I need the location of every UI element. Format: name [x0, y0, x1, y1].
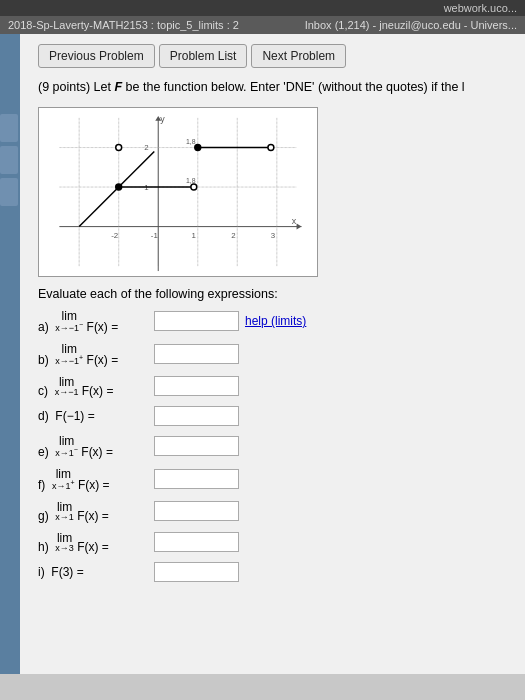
- top-bar: webwork.uco...: [0, 0, 525, 16]
- top-bar-right: webwork.uco...: [444, 2, 517, 14]
- svg-text:1: 1: [192, 231, 196, 240]
- expressions-list: a) lim x→−1− F(x) = help (limits) b) lim…: [38, 309, 511, 582]
- input-f[interactable]: [154, 469, 239, 489]
- svg-point-31: [191, 184, 197, 190]
- svg-text:2: 2: [231, 231, 235, 240]
- expr-row-h: h) lim x→3 F(x) =: [38, 531, 511, 554]
- expr-row-f: f) lim x→1+ F(x) =: [38, 467, 511, 492]
- expr-label-f: f) lim x→1+ F(x) =: [38, 467, 148, 492]
- expr-label-c: c) lim x→−1 F(x) =: [38, 375, 148, 398]
- svg-point-34: [268, 144, 274, 150]
- problem-text1: Let: [94, 80, 111, 94]
- expr-label-g: g) lim x→1 F(x) =: [38, 500, 148, 523]
- tab-bar: 2018-Sp-Laverty-MATH2153 : topic_5_limit…: [0, 16, 525, 34]
- input-g[interactable]: [154, 501, 239, 521]
- function-name: F: [114, 80, 122, 94]
- input-e[interactable]: [154, 436, 239, 456]
- nav-buttons: Previous Problem Problem List Next Probl…: [38, 44, 511, 68]
- input-a[interactable]: [154, 311, 239, 331]
- sidebar-box-2[interactable]: [0, 146, 18, 174]
- svg-text:-1: -1: [151, 231, 158, 240]
- sidebar-box-3[interactable]: [0, 178, 18, 206]
- svg-text:1,8: 1,8: [186, 137, 196, 144]
- expr-row-g: g) lim x→1 F(x) =: [38, 500, 511, 523]
- input-d[interactable]: [154, 406, 239, 426]
- svg-text:-2: -2: [111, 231, 118, 240]
- sidebar: [0, 34, 20, 674]
- svg-marker-37: [297, 223, 302, 229]
- svg-text:3: 3: [271, 231, 276, 240]
- expr-row-i: i) F(3) =: [38, 562, 511, 582]
- next-problem-button[interactable]: Next Problem: [251, 44, 346, 68]
- expr-row-d: d) F(−1) =: [38, 406, 511, 426]
- evaluate-label: Evaluate each of the following expressio…: [38, 287, 511, 301]
- svg-point-28: [116, 144, 122, 150]
- expr-row-b: b) lim x→−1+ F(x) =: [38, 342, 511, 367]
- expr-row-a: a) lim x→−1− F(x) = help (limits): [38, 309, 511, 334]
- input-i[interactable]: [154, 562, 239, 582]
- input-b[interactable]: [154, 344, 239, 364]
- function-graph: x y -2 -1 1 2 3 2 1: [39, 108, 317, 276]
- expr-label-b: b) lim x→−1+ F(x) =: [38, 342, 148, 367]
- svg-text:x: x: [292, 215, 297, 225]
- tab-bar-right: Inbox (1,214) - jneuzil@uco.edu - Univer…: [305, 19, 517, 31]
- svg-text:2: 2: [144, 143, 148, 152]
- problem-list-button[interactable]: Problem List: [159, 44, 248, 68]
- expr-label-e: e) lim x→1− F(x) =: [38, 434, 148, 459]
- input-c[interactable]: [154, 376, 239, 396]
- expr-label-i: i) F(3) =: [38, 565, 148, 579]
- graph-container: x y -2 -1 1 2 3 2 1: [38, 107, 318, 277]
- svg-text:y: y: [160, 114, 165, 124]
- problem-text2: be the function below. Enter 'DNE' (with…: [126, 80, 465, 94]
- expr-row-e: e) lim x→1− F(x) =: [38, 434, 511, 459]
- points-label: (9 points): [38, 80, 90, 94]
- input-h[interactable]: [154, 532, 239, 552]
- expr-label-d: d) F(−1) =: [38, 409, 148, 423]
- help-limits-link[interactable]: help (limits): [245, 314, 306, 328]
- prev-problem-button[interactable]: Previous Problem: [38, 44, 155, 68]
- sidebar-box-1[interactable]: [0, 114, 18, 142]
- svg-text:1,8: 1,8: [186, 177, 196, 184]
- expr-row-c: c) lim x→−1 F(x) =: [38, 375, 511, 398]
- tab-bar-left: 2018-Sp-Laverty-MATH2153 : topic_5_limit…: [8, 19, 239, 31]
- expr-label-a: a) lim x→−1− F(x) =: [38, 309, 148, 334]
- expr-label-h: h) lim x→3 F(x) =: [38, 531, 148, 554]
- problem-statement: (9 points) Let F be the function below. …: [38, 78, 511, 97]
